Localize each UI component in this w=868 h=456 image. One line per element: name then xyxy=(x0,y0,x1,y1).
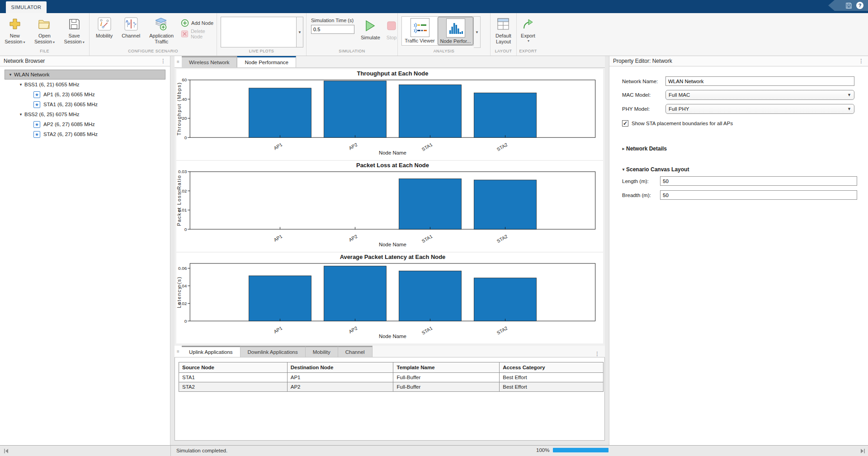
svg-text:Node Name: Node Name xyxy=(379,242,406,247)
application-traffic-button[interactable]: Application Traffic xyxy=(147,15,175,46)
channel-icon xyxy=(124,16,138,32)
svg-text:STA2: STA2 xyxy=(496,142,509,152)
mac-model-dropdown[interactable]: Full MAC ▼ xyxy=(665,90,854,100)
collapse-left-icon[interactable] xyxy=(4,448,9,454)
tab-group-handle-icon[interactable]: ≡ xyxy=(175,346,182,357)
breadth-input[interactable] xyxy=(660,190,857,200)
tab-mobility[interactable]: Mobility xyxy=(306,346,338,357)
show-sta-boundaries-label: Show STA placement boundaries for all AP… xyxy=(632,121,733,126)
collapse-arrow-icon[interactable]: ▾ xyxy=(18,82,24,87)
tab-uplink-applications[interactable]: Uplink Applications xyxy=(182,346,241,357)
delete-node-button: Delete Node xyxy=(181,28,217,39)
applications-tab-bar: ≡ Uplink Applications Downlink Applicati… xyxy=(175,346,605,357)
simulate-button[interactable]: Simulate xyxy=(361,17,380,40)
mobility-button[interactable]: Mobility xyxy=(94,15,114,40)
table-row[interactable]: STA1 AP1 Full-Buffer Best Effort xyxy=(179,373,604,382)
node-star-icon: ★ xyxy=(33,131,40,138)
network-name-input[interactable] xyxy=(665,76,854,86)
node-star-icon: ★ xyxy=(33,91,40,98)
new-session-button[interactable]: New Session▾ xyxy=(3,15,27,46)
progress-bar xyxy=(553,448,609,452)
live-plots-gallery[interactable] xyxy=(221,17,297,47)
save-icon[interactable] xyxy=(845,2,852,9)
network-details-section[interactable]: ▸ Network Details xyxy=(621,146,868,152)
show-sta-boundaries-checkbox[interactable]: ✓ xyxy=(622,120,628,127)
right-splitter[interactable] xyxy=(605,56,609,445)
collapse-arrow-icon[interactable]: ▾ xyxy=(18,112,24,117)
mobility-icon xyxy=(98,16,111,32)
expand-arrow-icon[interactable]: ▸ xyxy=(621,146,626,151)
center-document-panel: ≡ Wireless Network Node Performance Thro… xyxy=(175,56,605,445)
svg-text:STA2: STA2 xyxy=(496,234,509,244)
tree-item-sta2[interactable]: ★ STA2 (6, 27) 6085 MHz xyxy=(5,129,165,139)
network-browser-title: Network Browser xyxy=(4,58,45,64)
length-input[interactable] xyxy=(660,176,857,186)
tree-item-bss2[interactable]: ▾ BSS2 (6, 25) 6075 MHz xyxy=(5,109,165,119)
ribbon-section-file: New Session▾ Open Session▾ Save Session▾… xyxy=(0,13,90,56)
tree-item-ap2[interactable]: ★ AP2 (6, 27) 6085 MHz xyxy=(5,119,165,129)
save-session-button[interactable]: Save Session▾ xyxy=(62,15,86,46)
tab-node-performance[interactable]: Node Performance xyxy=(237,56,296,67)
stop-button: Stop xyxy=(387,17,397,40)
property-editor-menu-icon[interactable]: ⋮ xyxy=(859,58,864,64)
simulation-time-label: Simulation Time (s) xyxy=(311,18,354,23)
section-label-simulation: SIMULATION xyxy=(307,49,397,56)
traffic-viewer-button[interactable]: Traffic Viewer xyxy=(402,17,438,45)
show-sta-boundaries-row: ✓ Show STA placement boundaries for all … xyxy=(622,120,854,127)
tab-wireless-network[interactable]: Wireless Network xyxy=(182,56,237,67)
tree-item-sta1[interactable]: ★ STA1 (6, 23) 6065 MHz xyxy=(5,99,165,109)
collapse-arrow-icon[interactable]: ▾ xyxy=(8,72,13,77)
stop-icon xyxy=(387,17,396,35)
svg-text:Latency (s): Latency (s) xyxy=(176,276,182,308)
table-header-row: Source Node Destination Node Template Na… xyxy=(179,362,604,373)
network-browser-menu-icon[interactable]: ⋮ xyxy=(160,58,166,64)
collapse-arrow-icon[interactable]: ▾ xyxy=(621,167,626,172)
svg-text:0: 0 xyxy=(184,319,187,324)
export-button[interactable]: Export ▾ xyxy=(519,15,537,44)
svg-text:STA1: STA1 xyxy=(421,234,434,244)
default-layout-button[interactable]: Default Layout xyxy=(494,15,513,46)
left-splitter[interactable] xyxy=(170,56,175,445)
tab-simulator[interactable]: SIMULATOR xyxy=(6,1,47,13)
svg-text:AP2: AP2 xyxy=(348,325,359,334)
help-icon[interactable]: ? xyxy=(856,2,863,9)
channel-button[interactable]: Channel xyxy=(120,15,142,40)
svg-text:Packet Loss Ratio: Packet Loss Ratio xyxy=(176,175,182,226)
tab-group-handle-icon[interactable]: ≡ xyxy=(175,56,182,67)
tree-item-wlan-network[interactable]: ▾ WLAN Network xyxy=(5,70,165,80)
status-bar: Simulation completed. 100% xyxy=(0,445,868,456)
svg-text:Average Packet Latency at Each: Average Packet Latency at Each Node xyxy=(340,254,446,260)
live-plots-dropdown-button[interactable]: ▼ xyxy=(297,17,303,47)
open-session-button[interactable]: Open Session▾ xyxy=(33,15,57,46)
section-label-file: FILE xyxy=(0,49,89,56)
svg-text:AP2: AP2 xyxy=(348,234,359,242)
delete-node-icon xyxy=(181,30,189,38)
svg-text:AP2: AP2 xyxy=(348,142,359,150)
node-performance-button[interactable]: Node Perfor... xyxy=(438,17,473,45)
network-name-label: Network Name: xyxy=(622,79,665,84)
tree-item-ap1[interactable]: ★ AP1 (6, 23) 6065 MHz xyxy=(5,89,165,99)
applications-menu-icon[interactable]: ⋮ xyxy=(594,351,600,357)
tree-item-bss1[interactable]: ▾ BSS1 (6, 21) 6055 MHz xyxy=(5,80,165,89)
analysis-gallery: Traffic Viewer Node Perfor... xyxy=(401,16,474,46)
svg-text:STA1: STA1 xyxy=(421,325,434,335)
svg-text:Node Name: Node Name xyxy=(379,150,406,155)
svg-text:Packet Loss at Each Node: Packet Loss at Each Node xyxy=(356,162,429,169)
svg-text:60: 60 xyxy=(182,77,187,82)
tab-downlink-applications[interactable]: Downlink Applications xyxy=(241,346,306,357)
svg-text:Node Name: Node Name xyxy=(379,334,406,339)
chevron-down-icon: ▼ xyxy=(847,93,851,97)
analysis-gallery-dropdown[interactable]: ▼ xyxy=(474,16,481,48)
collapse-right-icon[interactable] xyxy=(860,448,865,454)
phy-model-dropdown[interactable]: Full PHY ▼ xyxy=(665,104,854,114)
scenario-canvas-layout-section[interactable]: ▾ Scenario Canvas Layout xyxy=(621,166,868,173)
ribbon-section-simulation: Simulation Time (s) Simulate Stop SIMULA… xyxy=(307,13,398,56)
simulation-time-input[interactable] xyxy=(311,25,354,34)
table-row[interactable]: STA2 AP2 Full-Buffer Best Effort xyxy=(179,382,604,392)
add-node-button[interactable]: Add Node xyxy=(181,18,217,28)
add-node-icon xyxy=(181,19,189,27)
network-browser-header: Network Browser ⋮ xyxy=(0,56,170,66)
tab-channel[interactable]: Channel xyxy=(338,346,373,357)
mac-model-label: MAC Model: xyxy=(622,92,665,98)
svg-text:Throughput at Each Node: Throughput at Each Node xyxy=(357,70,428,77)
